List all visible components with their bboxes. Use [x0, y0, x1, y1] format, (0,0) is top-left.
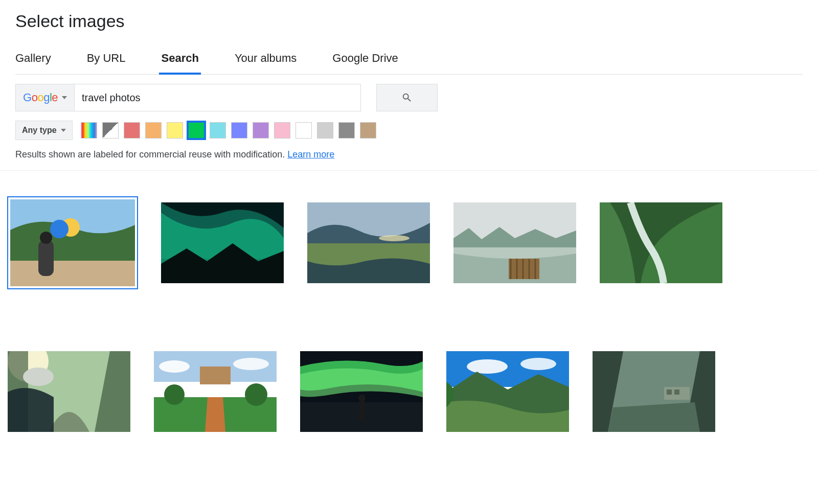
svg-point-34 [520, 358, 556, 370]
tab-your-albums[interactable]: Your albums [235, 45, 297, 74]
svg-point-27 [233, 358, 269, 370]
color-swatch-brown[interactable] [360, 122, 376, 139]
svg-rect-23 [200, 366, 231, 384]
result-thumbnail[interactable] [7, 196, 138, 289]
search-input[interactable] [75, 84, 361, 111]
search-provider-dropdown[interactable]: Google [15, 84, 75, 111]
svg-point-5 [40, 232, 52, 244]
svg-point-26 [159, 360, 190, 373]
color-filter-row [81, 122, 376, 139]
color-swatch-green[interactable] [188, 122, 204, 139]
result-thumbnail[interactable] [599, 196, 723, 289]
svg-rect-30 [359, 400, 365, 420]
tab-by-url[interactable]: By URL [87, 45, 126, 74]
color-swatch-light-gray[interactable] [317, 122, 333, 139]
svg-point-25 [245, 383, 267, 406]
results-grid [0, 171, 818, 453]
page-title: Select images [15, 11, 803, 31]
color-swatch-blue[interactable] [231, 122, 247, 139]
color-swatch-teal[interactable] [210, 122, 226, 139]
color-swatch-orange[interactable] [145, 122, 162, 139]
result-thumbnail[interactable] [161, 196, 284, 289]
result-thumbnail[interactable] [300, 351, 423, 432]
color-swatch-yellow[interactable] [167, 122, 183, 139]
learn-more-link[interactable]: Learn more [287, 149, 334, 159]
svg-point-9 [379, 235, 410, 241]
svg-rect-37 [667, 390, 672, 395]
result-thumbnail[interactable] [7, 351, 131, 432]
result-thumbnail[interactable] [307, 196, 430, 289]
color-swatch-purple[interactable] [253, 122, 269, 139]
svg-point-3 [50, 220, 69, 238]
tab-gallery[interactable]: Gallery [15, 45, 51, 74]
google-logo-icon: Google [23, 91, 58, 104]
svg-point-33 [467, 359, 508, 374]
color-swatch-white[interactable] [296, 122, 312, 139]
type-filter-dropdown[interactable]: Any type [15, 121, 73, 140]
color-swatch-red[interactable] [124, 122, 140, 139]
search-icon [401, 92, 413, 103]
svg-rect-4 [38, 240, 54, 276]
type-filter-label: Any type [22, 126, 57, 135]
tabs-bar: Gallery By URL Search Your albums Google… [15, 45, 803, 75]
color-swatch-pink[interactable] [274, 122, 290, 139]
svg-point-31 [358, 395, 366, 402]
chevron-down-icon [61, 129, 66, 132]
chevron-down-icon [62, 96, 67, 99]
svg-point-21 [23, 368, 54, 386]
svg-point-24 [164, 384, 185, 405]
tab-search[interactable]: Search [161, 45, 198, 74]
color-swatch-black-and-white[interactable] [102, 122, 119, 139]
tab-google-drive[interactable]: Google Drive [332, 45, 398, 74]
color-swatch-dark-gray[interactable] [338, 122, 355, 139]
search-button[interactable] [376, 84, 438, 111]
color-swatch-full-color[interactable] [81, 122, 97, 139]
results-license-notice: Results shown are labeled for commercial… [15, 149, 803, 160]
svg-rect-38 [674, 390, 679, 395]
result-thumbnail[interactable] [592, 351, 716, 432]
result-thumbnail[interactable] [453, 196, 577, 289]
result-thumbnail[interactable] [446, 351, 570, 432]
result-thumbnail[interactable] [153, 351, 277, 432]
